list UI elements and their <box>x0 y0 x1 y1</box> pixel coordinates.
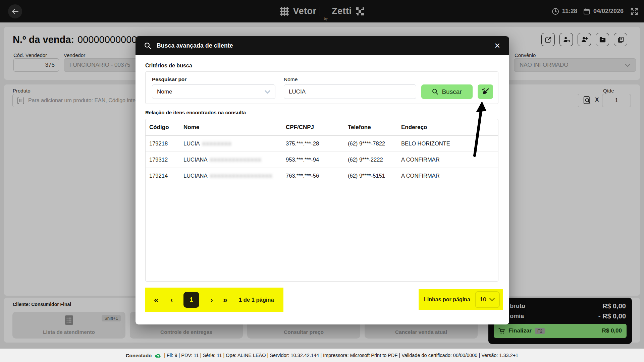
results-title: Relação de itens encontrados na consulta <box>145 110 246 115</box>
modal-body: Critérios de busca Pesquisar por Nome No… <box>136 55 509 324</box>
redacted-name: XXXXXXXXXXXXXXXXX <box>210 173 273 179</box>
modal-title: Busca avançada de cliente <box>157 42 233 49</box>
col-nome: Nome <box>183 124 286 131</box>
cell-nome: LUCIANAXXXXXXXXXXXXXXXXX <box>183 173 286 179</box>
pesquisar-por-select[interactable]: Nome <box>152 84 275 99</box>
linhas-por-pagina-label: Linhas por página <box>424 297 470 303</box>
nome-input[interactable] <box>284 84 416 99</box>
prev-page-button[interactable]: ‹ <box>170 296 173 304</box>
pesquisar-por-label: Pesquisar por <box>152 76 186 82</box>
clean-broom-icon <box>481 88 489 96</box>
last-page-button[interactable]: » <box>223 295 227 305</box>
next-page-button[interactable]: › <box>211 296 213 304</box>
cell-endereco: BELO HORIZONTE <box>401 140 498 147</box>
cell-nome: LUCIAXXXXXXXX <box>183 140 286 147</box>
rows-per-page-bar: Linhas por página 10 <box>419 289 503 310</box>
cell-telefone: (62) 9****-7822 <box>348 140 401 147</box>
close-icon[interactable]: ✕ <box>494 42 500 50</box>
cloud-sync-icon <box>154 353 161 358</box>
cell-endereco: A CONFIRMAR <box>401 157 498 163</box>
cell-cpf: 763.***.***-56 <box>286 173 348 179</box>
cell-codigo: 179218 <box>149 140 183 147</box>
redacted-name: XXXXXXXX <box>202 141 232 146</box>
chevron-down-icon <box>265 90 270 94</box>
criterios-title: Critérios de busca <box>145 63 192 69</box>
modal-header: Busca avançada de cliente ✕ <box>136 36 509 55</box>
status-details: | Fil: 9 | PDV: 11 | Série: 11 | Ope: AL… <box>164 353 518 358</box>
advanced-client-search-modal: Busca avançada de cliente ✕ Critérios de… <box>136 36 509 324</box>
limpar-button[interactable] <box>478 84 493 99</box>
buscar-label: Buscar <box>442 88 462 96</box>
table-row[interactable]: 179312 LUCIANAXXXXXXXXXXXXXX 953.***.***… <box>146 152 498 168</box>
redacted-name: XXXXXXXXXXXXXX <box>210 157 262 163</box>
first-page-button[interactable]: « <box>154 295 158 305</box>
table-row[interactable]: 179214 LUCIANAXXXXXXXXXXXXXXXXX 763.***.… <box>146 168 498 184</box>
col-codigo: Código <box>149 124 183 131</box>
search-icon <box>432 88 438 95</box>
table-row[interactable]: 179218 LUCIAXXXXXXXX 375.***.***-28 (62)… <box>146 136 498 152</box>
pagination-info: 1 de 1 página <box>239 297 274 303</box>
col-endereco: Endereço <box>401 124 498 131</box>
pos-app: Vetor by Zetti 11:28 04/02/2026 N.º da v… <box>0 0 644 362</box>
cell-cpf: 953.***.***-94 <box>286 157 348 163</box>
criteria-box: Pesquisar por Nome Nome Buscar <box>145 71 498 104</box>
results-table: Código Nome CPF/CNPJ Telefone Endereço 1… <box>145 119 498 282</box>
col-cpf: CPF/CNPJ <box>286 124 348 131</box>
cell-telefone: (62) 9***-2222 <box>348 157 401 163</box>
pagination-bar: « ‹ 1 › » 1 de 1 página <box>145 288 283 312</box>
chevron-down-icon <box>489 298 495 301</box>
cell-codigo: 179312 <box>149 157 183 163</box>
cell-endereco: A CONFIRMAR <box>401 173 498 179</box>
conectado-label: Conectado <box>126 353 152 358</box>
current-page-button[interactable]: 1 <box>183 292 199 308</box>
nome-label: Nome <box>284 76 298 82</box>
buscar-button[interactable]: Buscar <box>421 84 473 99</box>
cell-nome: LUCIANAXXXXXXXXXXXXXX <box>183 157 286 163</box>
cell-cpf: 375.***.***-28 <box>286 140 348 147</box>
table-header-row: Código Nome CPF/CNPJ Telefone Endereço <box>146 119 498 136</box>
cell-codigo: 179214 <box>149 173 183 179</box>
per-page-select[interactable]: 10 <box>475 291 500 308</box>
per-page-value: 10 <box>480 296 486 303</box>
col-telefone: Telefone <box>348 124 401 131</box>
search-icon <box>144 42 151 49</box>
status-bar: Conectado | Fil: 9 | PDV: 11 | Série: 11… <box>0 349 644 362</box>
cell-telefone: (62) 9****-5151 <box>348 173 401 179</box>
pesquisar-por-value: Nome <box>157 88 172 95</box>
